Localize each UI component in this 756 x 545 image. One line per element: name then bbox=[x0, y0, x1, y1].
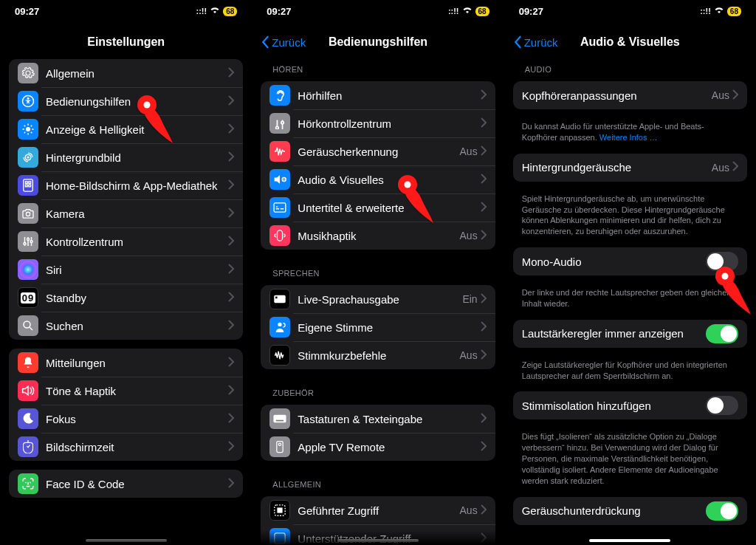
footer-note: Zeige Lautstärkeregler für Kopfhörer und… bbox=[504, 357, 756, 388]
noise-cancellation-toggle[interactable] bbox=[706, 501, 738, 521]
nav-bar: Einstellungen bbox=[0, 22, 252, 55]
settings-row[interactable]: Fokus bbox=[9, 405, 243, 433]
svg-rect-8 bbox=[25, 185, 27, 187]
sound-icon bbox=[18, 380, 38, 401]
mono-audio-row[interactable]: Mono-Audio bbox=[513, 247, 747, 275]
row-detail: Aus bbox=[460, 349, 478, 361]
chevron-right-icon bbox=[228, 478, 234, 490]
cellular-icon: ::!! bbox=[448, 7, 459, 16]
row-label: Suchen bbox=[46, 320, 228, 332]
settings-row[interactable]: Live-SprachausgabeEin bbox=[261, 285, 495, 313]
svg-point-29 bbox=[279, 443, 281, 445]
chevron-right-icon bbox=[228, 413, 234, 425]
svg-point-13 bbox=[30, 241, 32, 243]
back-label: Zurück bbox=[524, 36, 558, 49]
svg-point-12 bbox=[27, 239, 30, 241]
subtitle-icon bbox=[269, 197, 290, 218]
settings-row[interactable]: Allgemein bbox=[9, 59, 243, 87]
page-title: Audio & Visuelles bbox=[580, 35, 680, 49]
row-detail: Aus bbox=[712, 162, 729, 174]
settings-row[interactable]: Home-Bildschirm & App-Mediathek bbox=[9, 171, 243, 199]
settings-row[interactable]: StimmkurzbefehleAus bbox=[261, 341, 495, 369]
screen-icon bbox=[18, 436, 38, 457]
row-detail: Ein bbox=[462, 293, 477, 305]
row-label: Face ID & Code bbox=[46, 478, 228, 490]
settings-row[interactable]: Tastaturen & Texteingabe bbox=[261, 405, 495, 433]
chevron-right-icon bbox=[228, 292, 234, 304]
back-button[interactable]: Zurück bbox=[261, 35, 306, 49]
settings-row[interactable]: Hörhilfen bbox=[261, 81, 495, 109]
chevron-right-icon bbox=[481, 230, 487, 242]
page-title: Bedienungshilfen bbox=[329, 35, 427, 49]
row-label: Mitteilungen bbox=[46, 357, 228, 369]
hearing-group: HörhilfenHörkontrollzentrumGeräuscherken… bbox=[261, 81, 495, 250]
svg-point-10 bbox=[26, 212, 30, 216]
row-label: Hintergrundgeräusche bbox=[522, 161, 712, 174]
settings-row[interactable]: Bedienungshilfen bbox=[9, 87, 243, 115]
section-header: SPRECHEN bbox=[252, 258, 504, 281]
settings-row[interactable]: Anzeige & Helligkeit bbox=[9, 115, 243, 143]
svg-rect-5 bbox=[24, 179, 33, 191]
footer-note: Du kannst Audio für unterstützte Apple- … bbox=[504, 118, 756, 149]
svg-point-18 bbox=[276, 126, 279, 129]
settings-row[interactable]: Hörkontrollzentrum bbox=[261, 109, 495, 137]
chevron-right-icon bbox=[481, 504, 487, 517]
phone-settings: 09:27 ::!! 68 Einstellungen AllgemeinBed… bbox=[0, 0, 252, 545]
settings-row[interactable]: 09Standby bbox=[9, 284, 243, 312]
svg-point-25 bbox=[278, 323, 282, 326]
svg-rect-26 bbox=[274, 415, 286, 422]
section-header: ALLGEMEIN bbox=[252, 470, 504, 492]
settings-row[interactable]: Suchen bbox=[9, 312, 243, 340]
voice-isolation-row[interactable]: Stimmisolation hinzufügen bbox=[513, 391, 747, 419]
home-indicator bbox=[589, 539, 670, 542]
chevron-right-icon bbox=[228, 357, 234, 369]
chevron-right-icon bbox=[228, 67, 234, 80]
settings-row[interactable]: GeräuscherkennungAus bbox=[261, 137, 495, 165]
more-info-link[interactable]: Weitere Infos … bbox=[599, 133, 658, 142]
always-show-volume-toggle[interactable] bbox=[706, 324, 738, 343]
row-label: Hörkontrollzentrum bbox=[298, 117, 480, 130]
always-show-volume-row[interactable]: Lautstärkeregler immer anzeigen bbox=[513, 320, 747, 348]
row-label: Tastaturen & Texteingabe bbox=[298, 413, 480, 425]
chevron-right-icon bbox=[481, 174, 487, 186]
noise-cancellation-row[interactable]: Geräuschunterdrückung bbox=[513, 497, 747, 525]
mono-audio-toggle[interactable] bbox=[706, 252, 738, 271]
settings-row[interactable]: Untertitel & erweiterte bbox=[261, 193, 495, 222]
row-label: Live-Sprachausgabe bbox=[298, 293, 462, 306]
row-label: Apple TV Remote bbox=[298, 441, 480, 453]
settings-row[interactable]: Töne & Haptik bbox=[9, 377, 243, 405]
settings-row[interactable]: Geführter ZugriffAus bbox=[261, 496, 495, 524]
remote-icon bbox=[269, 436, 290, 457]
page-title: Einstellungen bbox=[87, 35, 165, 49]
voice-isolation-toggle[interactable] bbox=[706, 396, 738, 415]
search-icon bbox=[18, 315, 38, 336]
settings-row[interactable]: Apple TV Remote bbox=[261, 433, 495, 461]
haptic-icon bbox=[269, 225, 290, 246]
settings-row[interactable]: Mitteilungen bbox=[9, 349, 243, 377]
settings-row[interactable]: Bildschirmzeit bbox=[9, 433, 243, 461]
back-button[interactable]: Zurück bbox=[513, 35, 558, 49]
siri-icon bbox=[18, 259, 38, 280]
chevron-right-icon bbox=[228, 264, 234, 276]
hearctr-icon bbox=[269, 113, 290, 134]
svg-point-19 bbox=[281, 121, 284, 124]
background-sounds-row[interactable]: Hintergrundgeräusche Aus bbox=[513, 154, 747, 182]
headphone-accommodations-row[interactable]: Kopfhöreranpassungen Aus bbox=[513, 81, 747, 109]
settings-row[interactable]: Eigene Stimme bbox=[261, 313, 495, 341]
chevron-right-icon bbox=[228, 95, 234, 108]
settings-row[interactable]: Audio & Visuelles bbox=[261, 165, 495, 193]
settings-row[interactable]: Face ID & Code bbox=[9, 470, 243, 498]
cellular-icon: ::!! bbox=[700, 7, 711, 16]
chevron-right-icon bbox=[481, 441, 487, 453]
settings-row[interactable]: Kontrollzentrum bbox=[9, 227, 243, 256]
status-time: 09:27 bbox=[15, 6, 39, 17]
settings-row[interactable]: Hintergrundbild bbox=[9, 143, 243, 171]
settings-row[interactable]: MusikhaptikAus bbox=[261, 222, 495, 250]
settings-row[interactable]: Siri bbox=[9, 256, 243, 284]
chevron-right-icon bbox=[481, 349, 487, 362]
svg-point-21 bbox=[284, 179, 285, 180]
row-label: Kontrollzentrum bbox=[46, 236, 228, 248]
settings-row[interactable]: Kamera bbox=[9, 199, 243, 227]
row-detail: Aus bbox=[460, 145, 478, 157]
focus-icon bbox=[18, 408, 38, 429]
